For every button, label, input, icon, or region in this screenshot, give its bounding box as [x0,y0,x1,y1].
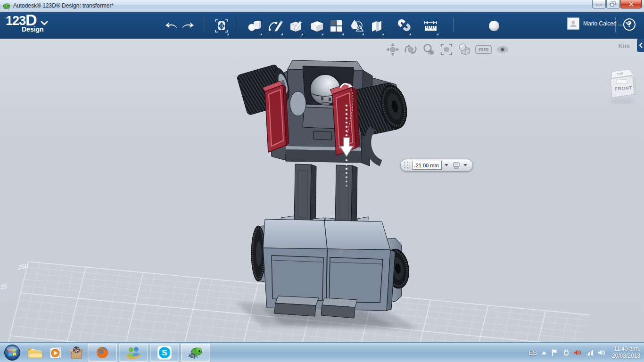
view-navigation-bar: mm [386,43,510,56]
viewport-3d[interactable]: 250 225 mm [0,39,644,342]
transform-tool-button[interactable] [213,16,230,35]
dimension-style-icon[interactable] [453,162,461,169]
selected-part-left[interactable] [263,81,289,152]
fit-view-icon[interactable] [439,43,454,56]
kits-panel-label: Kits [618,42,630,49]
measure-tool-button[interactable] [422,16,439,35]
language-indicator[interactable]: ES [529,349,537,356]
toolbar-separator [204,17,204,33]
orbit-icon[interactable] [404,43,418,56]
split-tool-button[interactable] [368,16,385,35]
toolbar-separator [454,17,454,33]
taskbar: S ES 11:40 a.m. 20/03/2013 [0,342,644,362]
window-title: Autodesk® 123D® Design: transformer* [13,2,114,9]
toolbar-separator [615,17,616,33]
messenger-taskbar-button[interactable] [119,344,148,362]
undo-button[interactable] [163,16,180,35]
user-name: Mario Caiced ... [583,20,623,27]
pan-icon[interactable] [386,43,400,56]
material-ball-button[interactable] [486,16,503,35]
kits-panel-toggle[interactable] [637,39,644,52]
restore-button[interactable] [606,0,620,8]
network-signal-icon[interactable] [586,349,594,356]
app-menu-logo[interactable]: 123D Design [6,14,49,33]
chevron-left-icon [639,42,643,48]
measurement-dropdown-caret[interactable] [445,164,448,166]
tray-date: 20/03/2013 [612,353,640,360]
snap-tool-button[interactable] [395,16,412,35]
redo-button[interactable] [179,16,196,35]
speaker-volume-icon[interactable] [598,349,606,356]
measurement-toolbar[interactable] [400,159,473,172]
robot-legs [294,164,357,225]
measurement-input[interactable] [413,161,442,170]
avatar [567,17,579,30]
3d-scene [0,39,644,342]
123d-design-taskbar-button[interactable] [181,344,210,362]
display-settings-icon[interactable] [457,43,471,56]
firefox-taskbar-button[interactable] [88,344,117,362]
app-icon [3,2,10,9]
text-tool-button[interactable] [287,16,304,35]
dropdown-corner [227,33,229,35]
clock[interactable]: 11:40 a.m. 20/03/2013 [612,346,640,360]
zoom-icon[interactable] [421,43,436,56]
help-button[interactable]: ? [623,18,636,31]
units-button[interactable]: mm [475,45,492,54]
sketch-tool-button[interactable] [267,16,284,35]
minimize-button[interactable] [592,0,606,8]
volume-mixer-icon[interactable] [574,349,582,356]
view-cube[interactable]: TOP FRONT [604,66,641,106]
action-center-flag-icon[interactable] [551,349,558,356]
title-bar: Autodesk® 123D® Design: transformer* [0,0,644,11]
primitives-tool-button[interactable] [246,16,263,35]
media-player-taskbar-icon[interactable] [45,343,66,362]
close-button[interactable] [620,0,642,8]
skype-letter: S [162,348,167,357]
combine-tool-button[interactable] [348,16,365,35]
dimension-style-caret[interactable] [463,164,467,166]
toolbar-separator [236,17,236,33]
skype-taskbar-button[interactable]: S [150,344,179,362]
drag-grip-icon[interactable] [404,161,410,169]
show-hidden-icons-arrow[interactable] [541,351,547,355]
help-label: ? [627,20,632,29]
explorer-taskbar-icon[interactable] [25,343,45,362]
robot-lower-body [251,216,412,318]
visibility-eye-icon[interactable] [495,43,510,56]
main-toolbar: 123D Design [0,12,644,39]
power-plug-icon[interactable] [562,349,570,356]
pattern-tool-button[interactable] [328,16,345,35]
start-button[interactable] [0,343,25,362]
app-window: Autodesk® 123D® Design: transformer* 123… [0,0,644,362]
system-tray: ES 11:40 a.m. 20/03/2013 [529,343,644,362]
tray-time: 11:40 a.m. [612,346,640,353]
box-app-taskbar-icon[interactable] [66,343,87,362]
user-account-menu[interactable]: Mario Caiced ... [567,17,631,30]
3d-model-robot[interactable] [237,60,412,318]
construct-tool-button[interactable] [307,16,324,35]
